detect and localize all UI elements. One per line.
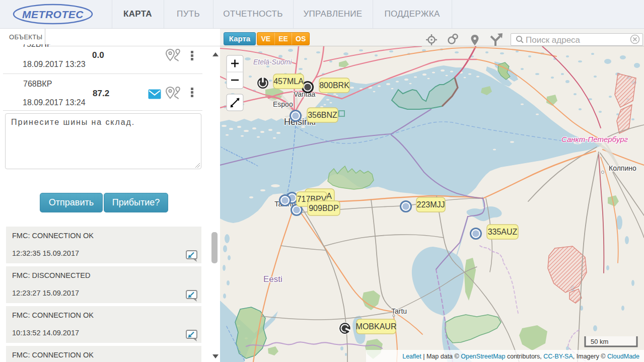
svg-text:Колпино: Колпино (609, 164, 636, 172)
svg-text:MOBKAUR: MOBKAUR (356, 322, 397, 331)
svg-text:Espoo: Espoo (273, 100, 293, 108)
svg-text:50 km: 50 km (591, 338, 608, 345)
svg-text:Etelä-Suomi: Etelä-Suomi (253, 58, 292, 66)
svg-text:METROTEC: METROTEC (22, 9, 84, 20)
svg-text:Санкт-Петербург: Санкт-Петербург (561, 135, 628, 143)
svg-text:356BNZ: 356BNZ (308, 111, 337, 119)
svg-text:909BDP: 909BDP (309, 204, 339, 212)
svg-text:335AUZ: 335AUZ (488, 228, 518, 236)
svg-text:A: A (326, 192, 332, 200)
svg-text:Eesti: Eesti (263, 274, 282, 284)
svg-text:223MJJ: 223MJJ (416, 200, 445, 209)
svg-text:Tartu: Tartu (391, 307, 407, 315)
svg-text:800BRK: 800BRK (319, 81, 349, 90)
svg-text:Leaflet | Map data © OpenStree: Leaflet | Map data © OpenStreetMap contr… (402, 353, 639, 360)
svg-text:457MLA: 457MLA (273, 77, 304, 86)
